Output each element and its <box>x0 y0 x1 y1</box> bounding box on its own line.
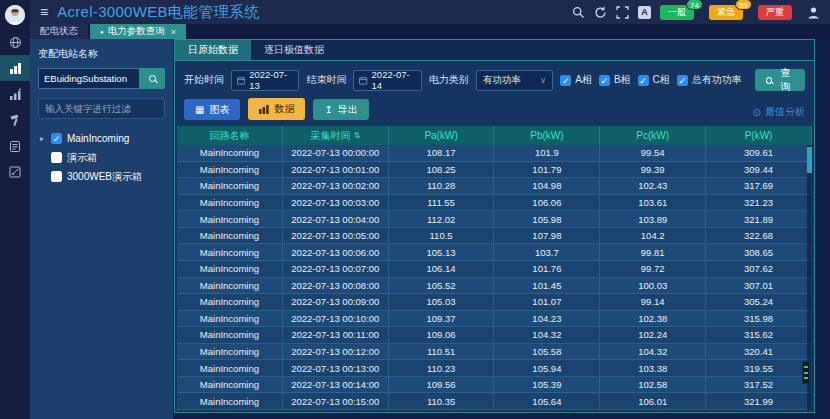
sort-icon[interactable]: ⇅ <box>353 131 360 140</box>
table-cell: 105.39 <box>494 377 600 393</box>
table-cell: 99.72 <box>600 261 706 277</box>
tree-filter-input[interactable] <box>38 98 165 119</box>
table-row: MainIncoming2022-07-13 00:02:00110.28104… <box>177 178 812 195</box>
bars-icon <box>259 105 269 114</box>
fullscreen-icon[interactable] <box>616 6 629 19</box>
table-cell: 320.41 <box>706 344 812 360</box>
tree-checkbox[interactable]: ✓ <box>51 171 62 182</box>
column-header-circuit-name[interactable]: 回路名称 <box>177 126 283 145</box>
column-label: Pa(kW) <box>424 130 457 141</box>
end-date-input[interactable]: 2022-07-14 <box>353 70 421 91</box>
alarm-level-urgent-button[interactable]: 紧急 59 <box>709 5 743 20</box>
table-cell: 101.76 <box>494 261 600 277</box>
table-cell: 308.65 <box>706 244 812 260</box>
table-cell: MainIncoming <box>177 278 283 294</box>
alarm-label: 一般 <box>668 6 686 19</box>
scrollbar-thumb[interactable] <box>807 147 812 173</box>
tree-checkbox[interactable]: ✓ <box>51 152 62 163</box>
table-cell: 107.98 <box>494 228 600 244</box>
table-row: MainIncoming2022-07-13 00:14:00109.56105… <box>177 377 812 394</box>
column-header-pc[interactable]: Pc(kW) <box>600 126 706 145</box>
table-cell: 102.58 <box>600 377 706 393</box>
power-category-select[interactable]: 有功功率 ∨ <box>476 70 553 91</box>
table-cell: 109.06 <box>389 327 495 343</box>
phase-a-checkbox[interactable]: ✓ A相 <box>560 73 592 87</box>
table-cell: 309.61 <box>706 145 812 161</box>
column-header-collect-time[interactable]: 采集时间 ⇅ <box>283 126 389 145</box>
tree-checkbox[interactable]: ✓ <box>51 133 62 144</box>
expand-caret-icon[interactable]: ▸ <box>38 134 46 143</box>
phase-b-checkbox[interactable]: ✓ B相 <box>599 73 631 87</box>
start-date-input[interactable]: 2022-07-13 <box>231 70 299 91</box>
menu-toggle-icon[interactable]: ≡ <box>40 5 48 19</box>
clock-icon: ⊙ <box>753 107 761 118</box>
data-view-button[interactable]: 数据 <box>248 98 305 120</box>
station-search-button[interactable] <box>139 68 165 89</box>
tab-daily-extreme-data[interactable]: 逐日极值数据 <box>251 40 337 60</box>
station-panel-title: 变配电站名称 <box>38 47 165 61</box>
hammer-icon <box>9 114 22 127</box>
alarm-label: 紧急 <box>717 6 735 19</box>
table-cell: 104.2 <box>600 228 706 244</box>
table-cell: 305.24 <box>706 294 812 310</box>
user-avatar[interactable] <box>5 5 25 25</box>
table-cell: MainIncoming <box>177 360 283 376</box>
table-cell: 106.06 <box>494 195 600 211</box>
power-monitor-nav-active[interactable] <box>0 55 30 81</box>
table-cell: 315.98 <box>706 311 812 327</box>
tab-daily-raw-data[interactable]: 日原始数据 <box>175 40 251 60</box>
table-cell: 106.14 <box>389 261 495 277</box>
scroll-marks-widget[interactable] <box>802 361 810 384</box>
table-cell: MainIncoming <box>177 344 283 360</box>
checkbox-icon: ✓ <box>599 75 610 86</box>
portal-icon[interactable] <box>0 29 30 55</box>
document-nav[interactable] <box>0 133 30 159</box>
search-icon[interactable] <box>572 6 585 19</box>
column-label: 回路名称 <box>209 129 249 143</box>
tab-power-distribution-status[interactable]: 配电状态 <box>30 24 88 39</box>
tree-node-3000web-demo-box[interactable]: ✓ 3000WEB演示箱 <box>38 167 165 186</box>
table-cell: 110.35 <box>389 393 495 409</box>
language-icon[interactable]: A <box>638 6 651 19</box>
avatar-image <box>5 5 25 25</box>
tab-power-parameter-query[interactable]: ● 电力参数查询 × <box>90 24 186 39</box>
alarm-level-general-button[interactable]: 一般 74 <box>660 5 694 20</box>
edit-nav[interactable] <box>0 159 30 185</box>
column-header-pa[interactable]: Pa(kW) <box>389 126 495 145</box>
analysis-link-label: 最值分析 <box>765 105 805 119</box>
query-button[interactable]: 查询 <box>755 69 805 91</box>
table-cell: 315.62 <box>706 327 812 343</box>
extreme-value-analysis-link[interactable]: ⊙ 最值分析 <box>753 105 805 120</box>
station-name-input[interactable] <box>38 68 139 89</box>
column-header-p[interactable]: P(kW) <box>706 126 812 145</box>
top-header: ≡ Acrel-3000WEB电能管理系统 A 一般 74 紧急 59 <box>30 0 830 24</box>
tree-node-demo-box[interactable]: ✓ 演示箱 <box>38 148 165 167</box>
phase-c-checkbox[interactable]: ✓ C相 <box>638 73 670 87</box>
chart-button-label: 图表 <box>209 103 229 117</box>
tree-node-main-incoming[interactable]: ▸ ✓ MainIncoming <box>38 129 165 148</box>
data-button-label: 数据 <box>274 102 294 116</box>
query-panel: 日原始数据 逐日极值数据 开始时间 2022-07-13 结束时间 <box>174 39 815 413</box>
close-tab-icon[interactable]: × <box>171 27 176 37</box>
chart-view-button[interactable]: ▦ 图表 <box>184 99 240 120</box>
chevron-down-icon: ∨ <box>540 76 546 85</box>
table-cell: 102.43 <box>600 178 706 194</box>
user-profile-icon[interactable] <box>807 6 820 19</box>
report-chart-nav[interactable] <box>0 81 30 107</box>
table-cell: 321.89 <box>706 211 812 227</box>
export-button[interactable]: ↥ 导出 <box>313 99 368 120</box>
total-active-power-checkbox[interactable]: ✓ 总有功功率 <box>677 73 742 87</box>
table-cell: MainIncoming <box>177 294 283 310</box>
refresh-icon[interactable] <box>594 6 607 19</box>
table-cell: 99.14 <box>600 294 706 310</box>
tree-node-label: 3000WEB演示箱 <box>67 170 142 184</box>
table-row: MainIncoming2022-07-13 00:01:00108.25101… <box>177 162 812 179</box>
alarm-level-critical-button[interactable]: 严重 <box>758 5 792 20</box>
maintenance-nav[interactable] <box>0 107 30 133</box>
table-cell: 101.07 <box>494 294 600 310</box>
column-header-pb[interactable]: Pb(kW) <box>494 126 600 145</box>
table-body: MainIncoming2022-07-13 00:00:00108.17101… <box>177 145 812 410</box>
start-date-value: 2022-07-13 <box>249 69 293 91</box>
table-cell: 309.44 <box>706 162 812 178</box>
table-row: MainIncoming2022-07-13 00:00:00108.17101… <box>177 145 812 162</box>
